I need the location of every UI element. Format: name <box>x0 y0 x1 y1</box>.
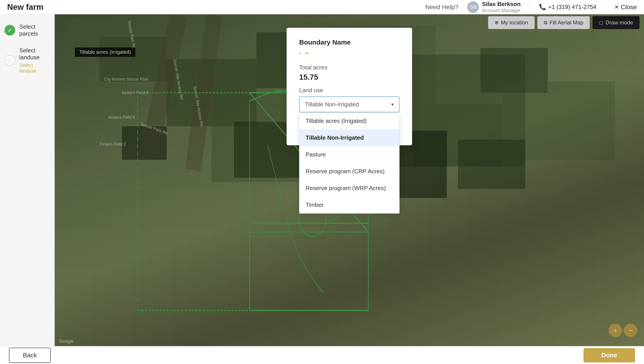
boundary-name-value: - <box>299 50 301 57</box>
dropdown-option-pasture[interactable]: Pasture <box>299 146 399 163</box>
land-use-dropdown[interactable]: Tillable Non-Irrigated ▾ Tillable acres … <box>299 96 400 112</box>
phone-number: +1 (319) 471-2754 <box>548 4 596 10</box>
done-button[interactable]: Done <box>583 348 635 362</box>
dropdown-selected-value: Tillable Non-Irrigated <box>305 101 359 108</box>
step-sublabel-landuse[interactable]: Select landuse <box>19 62 50 74</box>
page-title: New farm <box>7 2 44 12</box>
sidebar-step-landuse: Select landuse Select landuse <box>5 47 50 74</box>
user-name: Silas Berkson <box>482 1 521 8</box>
step-icon-parcels: ✓ <box>5 25 15 36</box>
edit-name-icon[interactable]: ✏ <box>305 50 310 57</box>
dropdown-option-non-irrigated[interactable]: Tillable Non-Irrigated <box>299 130 399 146</box>
close-icon: ✕ <box>614 4 619 10</box>
modal-title: Boundary Name <box>299 38 400 46</box>
back-button[interactable]: Back <box>9 348 51 363</box>
bottom-bar: Back Done <box>0 346 644 364</box>
modal-name-row: - ✏ <box>299 50 400 57</box>
modal-overlay: Boundary Name - ✏ Total acres 15.75 Land… <box>55 14 644 346</box>
chevron-down-icon: ▾ <box>391 102 394 108</box>
avatar: SB <box>467 1 479 13</box>
dropdown-option-irrigated[interactable]: Tillable acres (Irrigated) <box>299 112 399 130</box>
step-label-parcels: Select parcels <box>19 23 50 37</box>
dropdown-option-timber[interactable]: Timber <box>299 196 399 213</box>
dropdown-trigger[interactable]: Tillable Non-Irrigated ▾ <box>299 96 400 112</box>
sidebar: ✓ Select parcels Select landuse Select l… <box>0 14 55 346</box>
phone-icon: 📞 <box>539 4 546 10</box>
sidebar-step-parcels: ✓ Select parcels <box>5 23 50 37</box>
user-info: SB Silas Berkson Account Manager <box>467 1 521 14</box>
close-button[interactable]: ✕ Close <box>605 4 637 11</box>
total-acres-value: 15.75 <box>299 73 400 82</box>
user-role: Account Manager <box>482 8 521 14</box>
dropdown-option-wrp[interactable]: Reserve program (WRP Acres) <box>299 180 399 196</box>
total-acres-label: Total acres <box>299 64 400 71</box>
close-label: Close <box>621 4 637 11</box>
avatar-initials: SB <box>470 4 476 10</box>
step-label-landuse: Select landuse <box>19 47 50 61</box>
dropdown-option-crp[interactable]: Reserve program (CRP Acres) <box>299 163 399 180</box>
user-details: Silas Berkson Account Manager <box>482 1 521 14</box>
land-use-label: Land use <box>299 87 400 94</box>
step-landuse-content: Select landuse Select landuse <box>19 47 50 74</box>
phone-section: 📞 +1 (319) 471-2754 <box>530 4 596 10</box>
header: New farm Need Help? SB Silas Berkson Acc… <box>0 0 644 14</box>
dropdown-menu: Tillable acres (Irrigated) Tillable Non-… <box>299 112 400 214</box>
step-icon-landuse <box>5 55 15 66</box>
pending-circle-icon <box>8 58 12 63</box>
help-link[interactable]: Need Help? <box>425 4 458 11</box>
boundary-modal: Boundary Name - ✏ Total acres 15.75 Land… <box>286 28 412 145</box>
check-icon: ✓ <box>8 27 12 33</box>
